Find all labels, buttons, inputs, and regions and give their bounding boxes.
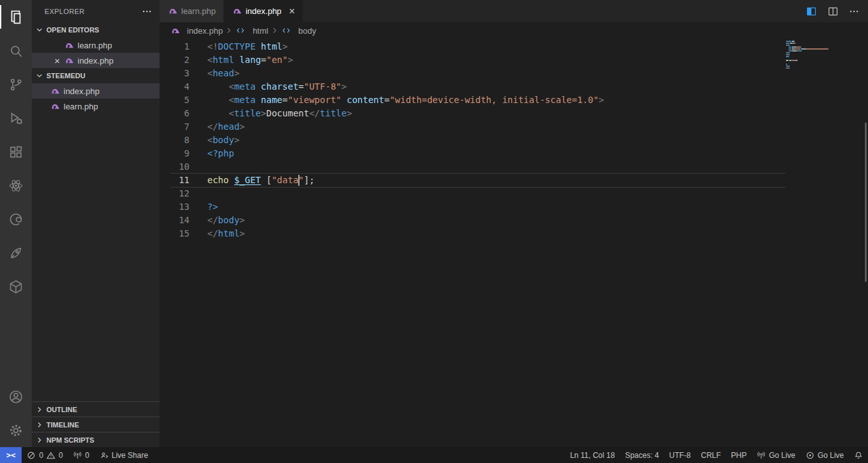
breadcrumb-body[interactable]: body bbox=[281, 25, 316, 36]
folder-section-header[interactable]: STEEMEDU bbox=[32, 68, 160, 83]
code-line[interactable]: </head> bbox=[207, 120, 782, 134]
line-number[interactable]: 15 bbox=[160, 227, 189, 240]
code-line[interactable]: <head> bbox=[207, 67, 782, 80]
line-number[interactable]: 7 bbox=[160, 120, 189, 134]
encoding-status[interactable]: UTF-8 bbox=[664, 447, 696, 463]
code-line[interactable]: <body> bbox=[207, 134, 782, 147]
live-share-label: Live Share bbox=[112, 451, 148, 460]
run-debug-icon bbox=[8, 111, 24, 126]
explorer-sidebar: EXPLORER OPEN EDITORS learn.php × index.… bbox=[32, 0, 160, 447]
line-number[interactable]: 13 bbox=[160, 200, 189, 214]
tab-bar: learn.php index.php × bbox=[160, 0, 868, 22]
open-editors-label: OPEN EDITORS bbox=[46, 26, 99, 34]
chevron-right-icon bbox=[34, 435, 45, 445]
code-line[interactable]: </body> bbox=[207, 214, 782, 227]
activitybar-settings[interactable] bbox=[0, 413, 32, 447]
ports-status[interactable]: 0 bbox=[68, 447, 95, 463]
line-number[interactable]: 12 bbox=[160, 187, 189, 200]
line-number[interactable]: 9 bbox=[160, 147, 189, 160]
file-tree-learn-php[interactable]: learn.php bbox=[32, 99, 160, 114]
activitybar-search[interactable] bbox=[0, 34, 32, 67]
open-editor-learn-php[interactable]: learn.php bbox=[32, 38, 160, 53]
remote-indicator[interactable]: >< bbox=[0, 447, 22, 463]
breadcrumb-html[interactable]: html bbox=[235, 25, 268, 36]
folder-name-label: STEEMEDU bbox=[46, 72, 85, 79]
notifications-bell[interactable] bbox=[849, 447, 868, 463]
file-label: index.php bbox=[64, 86, 99, 96]
php-icon bbox=[64, 55, 74, 66]
line-number[interactable]: 10 bbox=[160, 160, 189, 174]
code-line[interactable]: echo $_GET ["data"]; bbox=[207, 174, 782, 187]
line-number[interactable]: 8 bbox=[160, 134, 189, 147]
activitybar-source-control[interactable] bbox=[0, 67, 32, 101]
indentation-status[interactable]: Spaces: 4 bbox=[620, 447, 664, 463]
code-line[interactable]: <?php bbox=[207, 147, 782, 160]
activitybar-edge-devtools[interactable] bbox=[0, 202, 32, 236]
record-circle-icon bbox=[806, 451, 815, 460]
line-number[interactable]: 14 bbox=[160, 214, 189, 227]
code-line[interactable]: <meta charset="UTF-8"> bbox=[207, 80, 782, 93]
minimap[interactable] bbox=[786, 41, 859, 69]
breadcrumb-label: html bbox=[252, 26, 268, 36]
explorer-more-actions-icon[interactable] bbox=[142, 6, 152, 17]
line-number[interactable]: 4 bbox=[160, 80, 189, 93]
line-number[interactable]: 6 bbox=[160, 107, 189, 120]
account-icon bbox=[8, 389, 24, 404]
gear-icon bbox=[8, 423, 24, 438]
code-line[interactable]: <!DOCTYPE html> bbox=[207, 40, 782, 53]
eol-status[interactable]: CRLF bbox=[696, 447, 726, 463]
php-icon bbox=[170, 25, 180, 36]
symbol-tag-icon bbox=[235, 25, 245, 36]
activitybar-accounts[interactable] bbox=[0, 380, 32, 413]
go-live-button[interactable]: Go Live bbox=[752, 447, 800, 463]
line-number[interactable]: 2 bbox=[160, 53, 189, 67]
panel-timeline[interactable]: TIMELINE bbox=[32, 417, 160, 432]
activitybar-explorer[interactable] bbox=[0, 0, 32, 34]
code-editor[interactable]: 123456789101112131415 <!DOCTYPE html><ht… bbox=[160, 39, 868, 447]
line-number[interactable]: 5 bbox=[160, 93, 189, 107]
file-label: index.php bbox=[78, 56, 113, 66]
panel-npm-scripts[interactable]: NPM SCRIPTS bbox=[32, 432, 160, 447]
scrollbar[interactable] bbox=[865, 123, 867, 282]
error-icon bbox=[27, 451, 36, 460]
go-live-2-button[interactable]: Go Live bbox=[801, 447, 849, 463]
activitybar-run-debug[interactable] bbox=[0, 101, 32, 135]
chevron-right-icon bbox=[34, 404, 45, 415]
php-icon bbox=[50, 101, 60, 111]
code-line[interactable]: </html> bbox=[207, 227, 782, 240]
indentation-label: Spaces: 4 bbox=[625, 451, 659, 460]
cursor-position[interactable]: Ln 11, Col 18 bbox=[565, 447, 620, 463]
language-mode[interactable]: PHP bbox=[726, 447, 752, 463]
activitybar-extensions[interactable] bbox=[0, 135, 32, 169]
code-line[interactable]: <html lang="en"> bbox=[207, 53, 782, 67]
editor-group: learn.php index.php × index.php html bbox=[160, 0, 868, 447]
open-editor-index-php[interactable]: × index.php bbox=[32, 53, 160, 68]
atom-icon bbox=[8, 178, 24, 193]
code-line[interactable] bbox=[207, 187, 782, 200]
breadcrumb-file[interactable]: index.php bbox=[170, 25, 223, 36]
split-editor-icon[interactable] bbox=[827, 6, 839, 17]
activitybar-atom-extension[interactable] bbox=[0, 169, 32, 202]
problems-status[interactable]: 0 0 bbox=[22, 447, 67, 463]
activitybar-container-extension[interactable] bbox=[0, 270, 32, 303]
open-preview-icon[interactable] bbox=[806, 6, 817, 17]
cursor-position-label: Ln 11, Col 18 bbox=[570, 451, 615, 460]
more-actions-icon[interactable] bbox=[849, 6, 859, 17]
file-tree-index-php[interactable]: index.php bbox=[32, 83, 160, 99]
line-number[interactable]: 3 bbox=[160, 67, 189, 80]
open-editors-header[interactable]: OPEN EDITORS bbox=[32, 22, 160, 38]
live-share-button[interactable]: Live Share bbox=[95, 447, 153, 463]
code-line[interactable]: ?> bbox=[207, 200, 782, 214]
line-number[interactable]: 1 bbox=[160, 40, 189, 53]
close-icon[interactable]: × bbox=[51, 56, 64, 66]
activitybar-rocket-extension[interactable] bbox=[0, 236, 32, 270]
line-number[interactable]: 11 bbox=[160, 174, 189, 187]
code-line[interactable]: <title>Document</title> bbox=[207, 107, 782, 120]
panel-outline[interactable]: OUTLINE bbox=[32, 401, 160, 417]
tab-learn-php[interactable]: learn.php bbox=[160, 0, 224, 22]
php-icon bbox=[64, 40, 74, 50]
tab-index-php[interactable]: index.php × bbox=[224, 0, 303, 22]
code-line[interactable] bbox=[207, 160, 782, 174]
code-line[interactable]: <meta name="viewport" content="width=dev… bbox=[207, 93, 782, 107]
close-icon[interactable]: × bbox=[289, 6, 295, 17]
